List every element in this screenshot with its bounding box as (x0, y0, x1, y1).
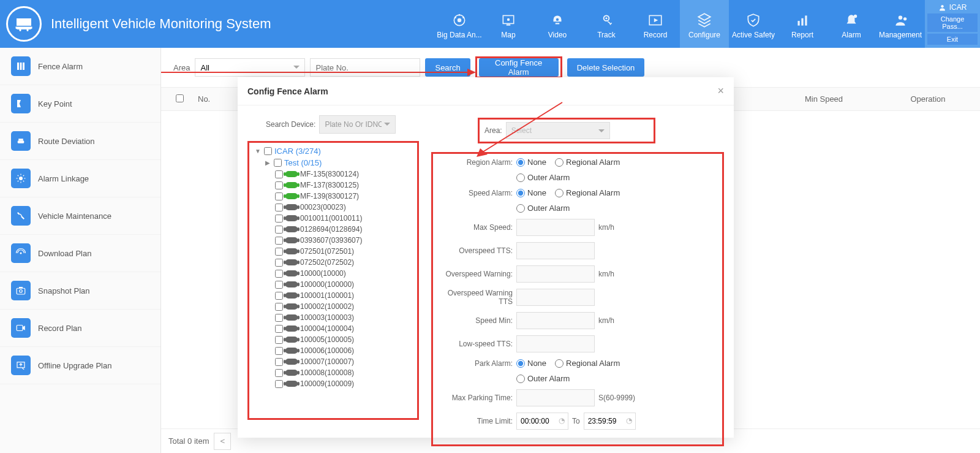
tree-checkbox[interactable] (275, 215, 283, 223)
tree-checkbox[interactable] (274, 159, 282, 167)
svg-point-18 (899, 15, 903, 20)
tree-checkbox[interactable] (275, 347, 283, 355)
tree-vehicle-row[interactable]: 00023(00023) (251, 202, 416, 213)
tree-checkbox[interactable] (275, 325, 283, 333)
tree-vehicle-row[interactable]: 100001(100001) (251, 290, 416, 301)
tree-checkbox[interactable] (275, 380, 283, 388)
nav-active-safety[interactable]: Active Safety (729, 0, 778, 48)
tree-vehicle-row[interactable]: 10000(10000) (251, 268, 416, 279)
overspeed-tts-input[interactable] (516, 242, 595, 259)
tree-vehicle-row[interactable]: 072501(072501) (251, 246, 416, 257)
area-select-dialog[interactable]: Select (506, 122, 610, 139)
nav-configure[interactable]: Configure (680, 0, 729, 48)
speed-outer-radio[interactable] (516, 204, 525, 213)
tree-vehicle-row[interactable]: MF-135(8300124) (251, 169, 416, 180)
nav-management[interactable]: Management (876, 0, 925, 48)
park-outer-radio[interactable] (516, 375, 525, 383)
delete-selection-button[interactable]: Delete Selection (567, 58, 645, 77)
svg-point-1 (458, 18, 462, 23)
sidebar-item-download-plan[interactable]: Download Plan (0, 235, 160, 272)
tree-vehicle-row[interactable]: 100000(100000) (251, 279, 416, 290)
tree-checkbox[interactable] (275, 181, 283, 189)
svg-point-11 (605, 17, 607, 19)
nav-track[interactable]: Track (582, 0, 631, 48)
sidebar-item-vehicle-maintenance[interactable]: Vehicle Maintenance (0, 197, 160, 235)
low-speed-tts-input[interactable] (516, 335, 595, 352)
plate-input[interactable] (310, 58, 420, 77)
sidebar-item-record-plan[interactable]: Record Plan (0, 310, 160, 347)
sidebar-item-alarm-linkage[interactable]: Alarm Linkage (0, 160, 160, 197)
sidebar-item-fence-alarm[interactable]: Fence Alarm (0, 48, 160, 85)
close-icon[interactable]: × (717, 85, 724, 97)
tree-vehicle-row[interactable]: 100009(100009) (251, 378, 416, 389)
time-to-input[interactable] (584, 413, 636, 430)
tree-checkbox[interactable] (275, 303, 283, 311)
nav-map[interactable]: Map (484, 0, 533, 48)
search-button[interactable]: Search (425, 58, 470, 77)
sidebar-item-snapshot-plan[interactable]: Snapshot Plan (0, 272, 160, 310)
sidebar-item-offline-upgrade-plan[interactable]: Offline Upgrade Plan (0, 347, 160, 384)
nav-bigdata[interactable]: Big Data An... (435, 0, 484, 48)
tree-vehicle-row[interactable]: MF-137(8300125) (251, 180, 416, 191)
tree-checkbox[interactable] (275, 259, 283, 267)
tree-checkbox[interactable] (275, 292, 283, 300)
tree-vehicle-row[interactable]: 100006(100006) (251, 345, 416, 356)
overspeed-warning-input[interactable] (516, 265, 595, 283)
tree-vehicle-row[interactable]: 100005(100005) (251, 334, 416, 345)
tree-root[interactable]: ICAR (3/274) (274, 147, 321, 156)
tree-vehicle-row[interactable]: 100008(100008) (251, 367, 416, 378)
tree-vehicle-row[interactable]: 0010011(0010011) (251, 213, 416, 224)
tree-vehicle-row[interactable]: 100002(100002) (251, 301, 416, 312)
tree-vehicle-row[interactable]: 100003(100003) (251, 312, 416, 323)
region-none-radio[interactable] (516, 158, 525, 167)
tree-checkbox[interactable] (275, 248, 283, 256)
tree-checkbox[interactable] (275, 281, 283, 289)
speed-min-input[interactable] (516, 312, 595, 329)
park-regional-radio[interactable] (555, 359, 564, 368)
max-parking-input[interactable] (516, 389, 595, 406)
tree-vehicle-row[interactable]: 0393607(0393607) (251, 235, 416, 246)
tree-vehicle-row[interactable]: 100004(100004) (251, 323, 416, 334)
tree-checkbox[interactable] (275, 358, 283, 366)
tree-group[interactable]: Test (0/15) (284, 158, 322, 167)
tree-checkbox[interactable] (275, 270, 283, 278)
time-from-input[interactable] (516, 413, 568, 430)
tree-checkbox[interactable] (275, 314, 283, 322)
nav-video[interactable]: Video (533, 0, 582, 48)
change-password-button[interactable]: Change Pass... (927, 13, 978, 32)
sidebar-item-label: Snapshot Plan (38, 286, 90, 295)
tree-vehicle-row[interactable]: 100007(100007) (251, 356, 416, 367)
sidebar-item-key-point[interactable]: Key Point (0, 85, 160, 123)
exit-button[interactable]: Exit (927, 34, 978, 45)
tree-checkbox[interactable] (275, 369, 283, 377)
max-speed-input[interactable] (516, 219, 595, 236)
pager-prev-button[interactable]: < (214, 433, 231, 450)
nav-record[interactable]: Record (631, 0, 680, 48)
area-select[interactable]: All (195, 58, 305, 77)
tree-checkbox[interactable] (275, 204, 283, 211)
speed-none-radio[interactable] (516, 189, 525, 197)
tree-checkbox[interactable] (275, 170, 283, 178)
park-none-radio[interactable] (516, 359, 525, 368)
speed-regional-radio[interactable] (555, 189, 564, 197)
expand-icon[interactable]: ▶ (264, 159, 271, 166)
nav-alarm[interactable]: Alarm (827, 0, 876, 48)
expand-icon[interactable]: ▼ (254, 148, 262, 154)
overspeed-warning-tts-input[interactable] (516, 289, 595, 306)
nav-report[interactable]: Report (778, 0, 827, 48)
config-fence-alarm-button[interactable]: Config Fence Alarm (479, 58, 559, 77)
tree-checkbox[interactable] (264, 147, 272, 155)
region-regional-radio[interactable] (555, 158, 564, 167)
tree-vehicle-row[interactable]: 0128694(0128694) (251, 224, 416, 235)
region-outer-radio[interactable] (516, 173, 525, 182)
sidebar-item-route-deviation[interactable]: Route Deviation (0, 123, 160, 160)
tree-checkbox[interactable] (275, 226, 283, 234)
tree-checkbox[interactable] (275, 237, 283, 245)
tree-vehicle-row[interactable]: MF-139(8300127) (251, 191, 416, 202)
device-tree[interactable]: ▼ ICAR (3/274) ▶ Test (0/15) MF-135(8300… (247, 141, 419, 420)
select-all-checkbox[interactable] (176, 94, 184, 102)
tree-vehicle-row[interactable]: 072502(072502) (251, 257, 416, 268)
tree-checkbox[interactable] (275, 336, 283, 344)
tree-checkbox[interactable] (275, 192, 283, 200)
search-device-select[interactable]: Plate No Or IDNO (319, 115, 396, 134)
